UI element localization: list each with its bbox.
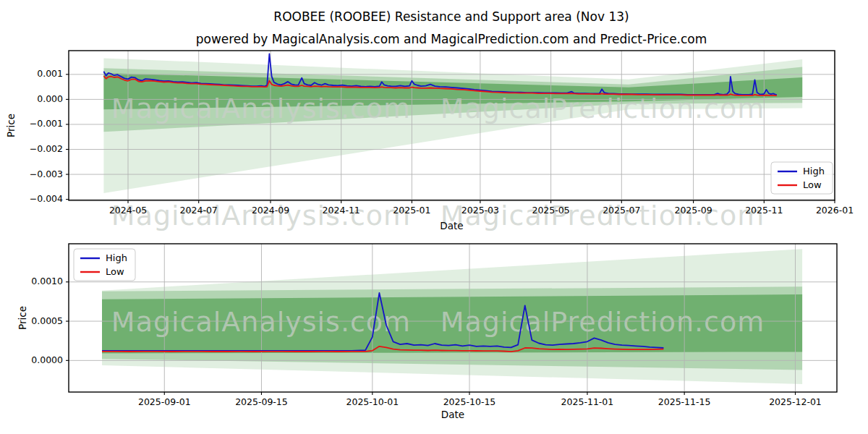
top-chart-x-tick-label: 2025-07 (603, 205, 640, 216)
bottom-chart-y-tick-label: 0.0010 (31, 276, 63, 286)
top-chart-x-tick-label: 2024-09 (252, 205, 289, 216)
top-chart-bands (103, 58, 802, 193)
bottom-chart-x-tick-label: 2025-10-01 (346, 396, 399, 407)
bottom-chart-x-tick-label: 2025-11-01 (561, 396, 614, 407)
bottom-chart-legend-low-label: Low (106, 266, 124, 277)
top-chart-legend-low-label: Low (803, 179, 822, 190)
top-chart-x-tick-label: 2024-05 (109, 205, 147, 216)
bottom-chart-x-tick-label: 2025-11-15 (658, 396, 711, 407)
bottom-chart-legend-high-label: High (106, 252, 127, 263)
top-chart-y-axis-title: Price (5, 114, 17, 137)
top-chart-y-tick-label: 0.001 (37, 68, 63, 79)
top-chart-legend: HighLow (771, 162, 833, 194)
top-chart-x-tick-label: 2025-03 (461, 205, 499, 216)
watermark-magicalanalysis: MagicalAnalysis.com (111, 93, 411, 124)
top-chart-y-tick-label: −0.001 (30, 118, 63, 129)
top-chart-x-tick-label: 2024-07 (180, 205, 218, 216)
top-chart-x-tick-label: 2025-09 (674, 205, 712, 216)
bottom-chart-x-tick-label: 2025-12-01 (769, 396, 822, 407)
top-chart-y-tick-label: −0.002 (30, 143, 63, 154)
bottom-chart-y-axis-title: Price (17, 306, 28, 330)
top-chart-x-axis-title: Date (440, 220, 463, 231)
top-chart-x-tick-label: 2025-05 (532, 205, 569, 216)
top-chart-legend-high-label: High (803, 166, 825, 176)
bottom-chart-x-tick-label: 2025-09-01 (138, 396, 191, 407)
figure-subtitle: powered by MagicalAnalysis.com and Magic… (196, 32, 707, 46)
figure: ROOBEE (ROOBEE) Resistance and Support a… (0, 0, 868, 434)
bottom-chart-x-tick-label: 2025-09-15 (235, 396, 288, 407)
watermark-magicalprediction: MagicalPrediction.com (441, 93, 765, 124)
top-chart-y-tick-label: −0.004 (30, 193, 63, 204)
top-chart-x-tick-label: 2024-11 (323, 205, 360, 216)
top-chart-x-tick-label: 2025-11 (745, 205, 783, 216)
figure-title: ROOBEE (ROOBEE) Resistance and Support a… (273, 9, 629, 24)
bottom-chart-x-axis-title: Date (441, 409, 464, 420)
bottom-chart-legend: HighLow (74, 249, 135, 281)
bottom-chart-x-tick-label: 2025-10-15 (443, 396, 496, 407)
bottom-chart-y-tick-label: 0.0005 (31, 315, 63, 326)
charts-canvas: MagicalAnalysis.comMagicalPrediction.com… (0, 0, 868, 434)
top-chart-y-tick-label: 0.000 (37, 93, 63, 104)
bottom-chart-y-tick-label: 0.0000 (31, 354, 63, 365)
top-chart-y-tick-label: −0.003 (30, 169, 63, 179)
top-chart-x-tick-label: 2025-01 (393, 205, 430, 216)
top-chart-x-tick-label: 2026-01 (816, 205, 854, 216)
